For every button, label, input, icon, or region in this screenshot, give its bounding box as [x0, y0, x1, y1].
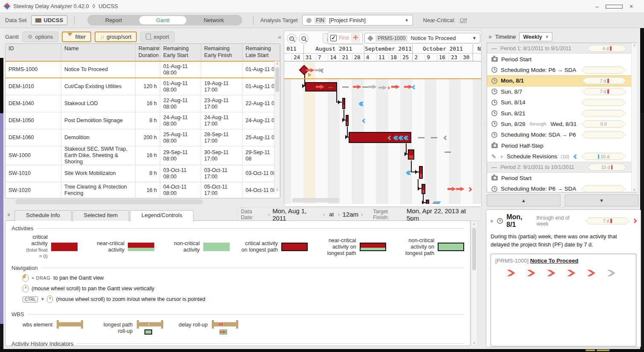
timeline-next-button[interactable]: ▼	[565, 195, 638, 206]
expand-panel-icon[interactable]: »	[488, 33, 492, 40]
zoom-out-button[interactable]: −	[299, 34, 309, 43]
options-button[interactable]: ⚙ options	[22, 31, 59, 42]
legend-item: near-critical activity on longest path	[319, 238, 386, 257]
table-row[interactable]: SW-1010Site Work Mobilizaton8 h03-Oct-11…	[6, 165, 280, 182]
close-button[interactable]: ×	[623, 3, 640, 10]
timeline-event-row[interactable]: Scheduling Mode: SDA → P6	[487, 129, 636, 140]
prev-time-button[interactable]: ‹	[338, 211, 340, 217]
dataset-value: UDCSS	[44, 17, 64, 23]
prev-date-button[interactable]: ‹	[268, 211, 270, 217]
week-tick: 23	[449, 54, 461, 62]
scroll-up-icon[interactable]: ∧	[632, 43, 637, 47]
activity-selector-dropdown[interactable]: PRMS-1000 Notice To Proceed ▼	[364, 33, 480, 43]
timeline-event-row[interactable]: Period Half-Step	[487, 140, 636, 151]
timeline-event-row[interactable]: Sun, 8/21	[487, 108, 636, 118]
scroll-up-icon[interactable]: ∧	[471, 222, 477, 226]
timeline-mode-dropdown[interactable]: Weekly ∨	[519, 32, 552, 41]
scroll-down-icon[interactable]: ∨	[632, 188, 637, 192]
table-row[interactable]: DEM-1060Demolition200 h25-Aug-11 08:0028…	[6, 129, 280, 146]
column-header[interactable]: Remaining Late Start	[243, 44, 280, 60]
next-time-button[interactable]: ›	[361, 211, 363, 217]
table-row[interactable]: SW-1000Stakeout SEC, SWM Trap, Earth Dik…	[6, 146, 280, 165]
dataset-button[interactable]: UDCSS	[31, 15, 68, 25]
play-marker-icon	[308, 73, 314, 77]
table-horizontal-scrollbar[interactable]	[5, 199, 280, 204]
tab-schedule-info[interactable]: Schedule Info	[14, 210, 72, 221]
timeline-event-row[interactable]: Mon, 8/17 d	[487, 75, 636, 86]
table-row[interactable]: DEM-1040Stakeout LOD16 h22-Aug-11 08:002…	[6, 95, 280, 112]
table-cell: DEM-1060	[6, 129, 61, 146]
table-vertical-scrollbar[interactable]: ∧ ∨	[274, 61, 280, 192]
duration-badge: 0 d	[581, 120, 626, 128]
activity-link[interactable]: Notice To Proceed	[530, 258, 578, 264]
minimize-button[interactable]: –	[589, 3, 606, 10]
scroll-down-icon[interactable]: ∨	[274, 188, 280, 192]
scroll-down-icon[interactable]: ∨	[471, 341, 477, 345]
maximize-button[interactable]	[606, 3, 623, 10]
legend-scrollbar[interactable]: ∧ ∨	[471, 221, 477, 346]
pan-move-icon[interactable]: ✛	[351, 33, 360, 43]
scrollbar-thumb[interactable]	[275, 67, 279, 92]
activity-bar[interactable]	[419, 166, 423, 179]
zoom-in-button[interactable]: +	[287, 34, 297, 43]
minus-icon: —	[491, 164, 497, 170]
table-row[interactable]: PRMS-1000Notice To Proceed01-Aug-11 08:0…	[6, 61, 280, 78]
activity-bar[interactable]	[346, 115, 349, 126]
timeline-event-row[interactable]: Period Start	[487, 54, 636, 64]
table-cell: 16 h	[136, 146, 160, 165]
dependency-link	[336, 92, 342, 103]
week-tick: 14	[328, 54, 340, 62]
activity-bar[interactable]	[426, 200, 429, 204]
export-button[interactable]: export	[140, 31, 174, 42]
column-header[interactable]: Name	[61, 44, 136, 60]
collapse-legend-icon[interactable]: »	[6, 213, 12, 216]
timeline-event-row[interactable]: Sun, 8/77 d	[487, 86, 636, 97]
timeline-event-row[interactable]: Scheduling Mode: P6 → SDA	[487, 65, 636, 75]
table-row[interactable]: DEM-1050Post Demolition Signage8 h24-Aug…	[6, 112, 280, 129]
timeline-event-row[interactable]: Scheduling Mode: P6 → SDA	[487, 183, 636, 192]
month-group: August 2011317142128	[303, 45, 364, 62]
chart-horizontal-scrollbar[interactable]	[292, 198, 340, 203]
next-date-button[interactable]: ›	[323, 211, 325, 217]
scrollbar-thumb[interactable]	[15, 199, 203, 204]
timeline-event-row[interactable]: ✎+Schedule Revisions(10)10 d	[487, 151, 636, 162]
gantt-toolbar: Gantt ⚙ options filter ↓↑ group/sort exp…	[5, 31, 281, 43]
find-checkbox[interactable]: ✓	[330, 35, 337, 41]
tab-selected-item[interactable]: Selected Item	[72, 210, 130, 221]
timeline-event-row[interactable]: Sun, 8/14	[487, 97, 636, 108]
view-tab-report[interactable]: Report	[88, 16, 139, 25]
collapse-panel-button[interactable]: «	[278, 33, 281, 40]
column-header[interactable]: Remaining Duration	[136, 44, 160, 60]
near-critical-toggle[interactable]: Off	[459, 17, 467, 23]
timeline-event-row[interactable]: Sun, 8/28throughWed, 8/310 d	[487, 119, 636, 129]
column-header[interactable]: Remaining Early Finish	[201, 44, 243, 60]
data-date-value: Mon, Aug 1, 2011	[272, 207, 321, 222]
timeline-previous-button[interactable]: ▲	[487, 195, 560, 206]
column-header[interactable]: Remaining Early Start	[160, 44, 201, 60]
detail-range: through end of week	[537, 215, 582, 227]
table-cell: 25-Aug-11 08:00	[160, 129, 201, 146]
activity-bar[interactable]	[422, 184, 425, 194]
scrollbar-thumb[interactable]	[472, 228, 476, 270]
filter-button[interactable]: filter	[62, 31, 91, 42]
timeline-scrollbar[interactable]: ∧ ∨	[631, 43, 637, 192]
timeline-period-header[interactable]: —Period 1: 8/1/2011 to 9/1/20114 d	[487, 43, 636, 54]
view-tab-network[interactable]: Network	[187, 16, 241, 25]
activity-bar[interactable]	[408, 149, 414, 160]
tick-icon	[607, 89, 609, 94]
timeline-event-row[interactable]: Period Start	[487, 173, 636, 183]
activity-bar[interactable]	[342, 98, 345, 109]
group-sort-button[interactable]: ↓↑ group/sort	[95, 31, 137, 42]
table-row[interactable]: DEM-1010Cut/Cap Existing Utlities120 h01…	[6, 78, 280, 95]
chevron-right-icon[interactable]	[632, 218, 637, 223]
week-tick: 30	[461, 54, 473, 62]
timeline-period-header[interactable]: —Period 2: 9/1/2011 to 10/1/201110 d	[487, 162, 636, 172]
view-tab-gantt[interactable]: Gantt	[139, 16, 187, 25]
analysis-target-dropdown[interactable]: FIN [Project Finish] ▼	[302, 15, 413, 26]
column-header[interactable]: ID	[6, 44, 61, 60]
collapse-detail-icon[interactable]: »	[489, 219, 495, 222]
scroll-up-icon[interactable]: ∧	[274, 62, 280, 66]
chart-body[interactable]: ←	[284, 62, 481, 204]
table-row[interactable]: SW-1020Tree Clearing & Protection Fencin…	[6, 182, 280, 198]
tab-legend-controls[interactable]: Legend/Controls	[130, 210, 193, 222]
